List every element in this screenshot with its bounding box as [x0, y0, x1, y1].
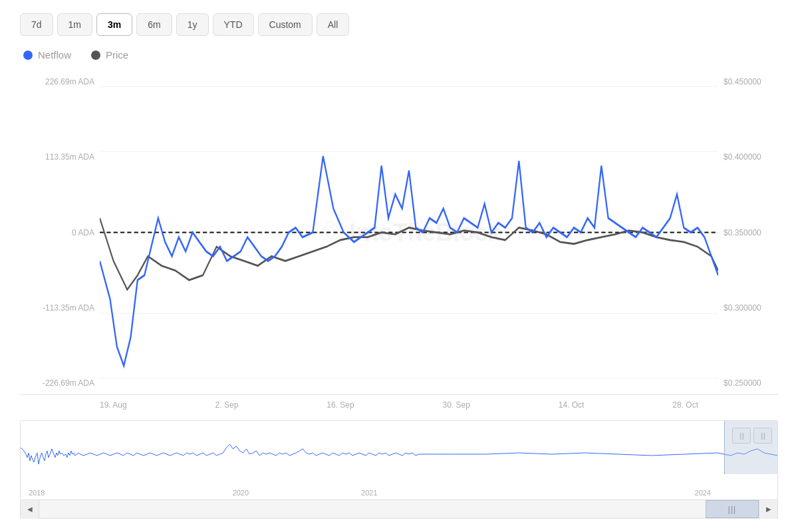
x-axis: 19. Aug 2. Sep 16. Sep 30. Sep 14. Oct 2…	[20, 395, 778, 415]
legend-netflow-label: Netflow	[38, 49, 71, 61]
scroll-track[interactable]: |||	[39, 500, 759, 518]
mini-year-2020: 2020	[233, 489, 249, 497]
main-chart-svg	[100, 70, 718, 394]
chart-legend: Netflow Price	[20, 49, 778, 61]
scroll-right-icon: ▶	[766, 505, 771, 513]
x-label-1: 2. Sep	[215, 400, 239, 410]
mini-selection-range	[724, 421, 777, 474]
x-label-4: 14. Oct	[559, 400, 585, 410]
x-label-3: 30. Sep	[442, 400, 469, 410]
legend-netflow: Netflow	[23, 49, 71, 61]
y-left-0: 226.69m ADA	[20, 77, 94, 86]
time-btn-ytd[interactable]: YTD	[213, 13, 254, 36]
y-right-0: $0.450000	[724, 77, 778, 86]
mini-year-2018: 2018	[29, 489, 45, 497]
time-btn-1m[interactable]: 1m	[57, 13, 92, 36]
chart-wrapper: 226.69m ADA 113.35m ADA 0 ADA -113.35m A…	[20, 70, 778, 519]
time-btn-all[interactable]: All	[317, 13, 350, 36]
time-btn-7d[interactable]: 7d	[20, 13, 53, 36]
main-container: 7d1m3m6m1yYTDCustomAll Netflow Price 226…	[0, 0, 798, 532]
y-right-4: $0.250000	[724, 378, 778, 388]
y-right-1: $0.400000	[724, 152, 778, 162]
mini-chart-wrapper: 2018 2020 2021 2024 | | | |	[20, 420, 778, 500]
scroll-bar: ◀ ||| ▶	[20, 500, 778, 519]
y-right-3: $0.300000	[724, 303, 778, 313]
time-btn-6m[interactable]: 6m	[136, 13, 172, 36]
mini-year-2021: 2021	[361, 489, 377, 497]
time-btn-1y[interactable]: 1y	[176, 13, 209, 36]
time-btn-3m[interactable]: 3m	[96, 13, 132, 36]
svg-rect-8	[21, 421, 777, 474]
netflow-dot	[23, 51, 33, 60]
x-label-2: 16. Sep	[327, 400, 354, 410]
legend-price-label: Price	[106, 49, 128, 61]
mini-year-2024: 2024	[695, 489, 711, 497]
y-left-3: -113.35m ADA	[20, 303, 94, 313]
y-left-2: 0 ADA	[20, 228, 94, 237]
mini-chart-svg	[21, 421, 777, 474]
scroll-right-arrow[interactable]: ▶	[759, 500, 777, 519]
scroll-left-arrow[interactable]: ◀	[21, 500, 39, 519]
y-right-2: $0.350000	[724, 228, 778, 237]
scroll-left-icon: ◀	[27, 505, 33, 513]
y-left-4: -226.69m ADA	[20, 378, 94, 388]
x-label-0: 19. Aug	[100, 400, 127, 410]
y-left-1: 113.35m ADA	[20, 152, 94, 162]
time-btn-custom[interactable]: Custom	[258, 13, 313, 36]
y-axis-left: 226.69m ADA 113.35m ADA 0 ADA -113.35m A…	[20, 70, 100, 394]
time-filter-bar: 7d1m3m6m1yYTDCustomAll	[20, 13, 778, 36]
y-axis-right: $0.450000 $0.400000 $0.350000 $0.300000 …	[718, 70, 778, 394]
price-dot	[91, 51, 100, 60]
x-label-5: 28. Oct	[672, 400, 698, 410]
legend-price: Price	[91, 49, 128, 61]
main-chart-area: 226.69m ADA 113.35m ADA 0 ADA -113.35m A…	[20, 70, 778, 395]
scroll-thumb-icon: |||	[706, 501, 758, 517]
scroll-thumb[interactable]: |||	[706, 500, 759, 518]
chart-svg-container: IntoTheBlock	[100, 70, 718, 394]
